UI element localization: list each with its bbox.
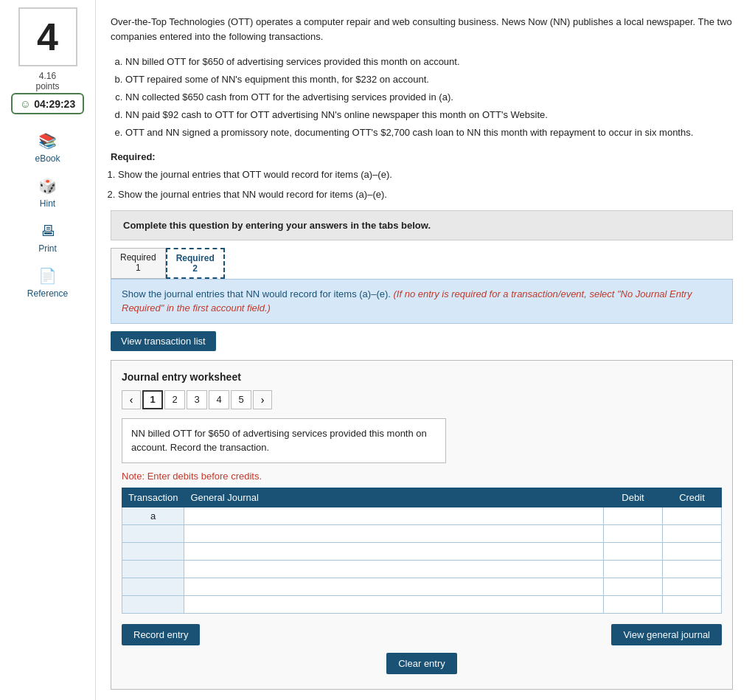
reference-button[interactable]: 📄 Reference	[15, 260, 81, 305]
credit-input[interactable]	[667, 528, 717, 539]
transaction-d: NN paid $92 cash to OTT for OTT advertis…	[125, 107, 733, 123]
hint-label: Hint	[40, 198, 55, 209]
journal-cell[interactable]	[184, 524, 604, 542]
credit-cell[interactable]	[663, 542, 722, 560]
problem-description: Over-the-Top Technologies (OTT) operates…	[111, 15, 733, 44]
page-1[interactable]: 1	[142, 390, 163, 409]
debit-input[interactable]	[608, 528, 658, 539]
reference-label: Reference	[27, 288, 68, 299]
points-display: 4.16 points	[35, 71, 59, 91]
transaction-a: NN billed OTT for $650 of advertising se…	[125, 54, 733, 70]
timer-box: ☺ 04:29:23	[11, 93, 84, 114]
journal-cell[interactable]	[184, 560, 604, 578]
debit-input[interactable]	[608, 564, 658, 575]
ebook-button[interactable]: 📚 eBook	[15, 125, 81, 170]
print-icon: 🖶	[38, 221, 58, 241]
debit-input[interactable]	[608, 546, 658, 557]
credit-cell[interactable]	[663, 524, 722, 542]
journal-input[interactable]	[189, 546, 599, 557]
col-debit: Debit	[604, 488, 663, 507]
journal-cell[interactable]	[184, 595, 604, 613]
transaction-cell	[122, 578, 184, 595]
complete-box: Complete this question by entering your …	[111, 210, 733, 240]
debit-input[interactable]	[608, 599, 658, 610]
debit-cell[interactable]	[604, 524, 663, 542]
timer-display: 04:29:23	[34, 98, 75, 110]
required-list: Show the journal entries that OTT would …	[118, 167, 733, 202]
instructions-box: Show the journal entries that NN would r…	[111, 279, 733, 324]
reference-icon: 📄	[38, 266, 58, 286]
instructions-main: Show the journal entries that NN would r…	[122, 288, 391, 299]
credit-cell[interactable]	[663, 507, 722, 524]
debit-input[interactable]	[608, 581, 658, 592]
journal-input[interactable]	[189, 599, 599, 610]
journal-input[interactable]	[189, 528, 599, 539]
col-transaction: Transaction	[122, 488, 184, 507]
table-row	[122, 595, 722, 613]
clear-entry-container: Clear entry	[122, 653, 722, 674]
worksheet-container: Journal entry worksheet ‹ 1 2 3 4 5 › NN…	[111, 360, 733, 690]
view-transaction-button[interactable]: View transaction list	[111, 331, 216, 351]
journal-cell[interactable]	[184, 578, 604, 595]
buttons-row: Record entry View general journal	[122, 624, 722, 645]
transaction-cell	[122, 542, 184, 560]
journal-cell[interactable]	[184, 507, 604, 524]
tab-required-2[interactable]: Required2	[166, 248, 225, 279]
col-general-journal: General Journal	[184, 488, 604, 507]
credit-input[interactable]	[667, 599, 717, 610]
transaction-cell	[122, 595, 184, 613]
journal-input[interactable]	[189, 581, 599, 592]
tabs-row: Required1 Required2	[111, 248, 733, 279]
credit-input[interactable]	[667, 564, 717, 575]
page-next-arrow[interactable]: ›	[253, 390, 272, 409]
journal-input[interactable]	[189, 564, 599, 575]
table-row	[122, 578, 722, 595]
transaction-cell	[122, 560, 184, 578]
debit-cell[interactable]	[604, 507, 663, 524]
record-entry-button[interactable]: Record entry	[122, 624, 200, 645]
page-prev-arrow[interactable]: ‹	[122, 390, 141, 409]
ebook-label: eBook	[35, 153, 60, 164]
credit-cell[interactable]	[663, 595, 722, 613]
ebook-icon: 📚	[38, 131, 58, 151]
transaction-e: OTT and NN signed a promissory note, doc…	[125, 125, 733, 141]
transaction-cell	[122, 524, 184, 542]
problem-number: 4	[18, 7, 77, 66]
credit-input[interactable]	[667, 581, 717, 592]
hint-button[interactable]: 🎲 Hint	[15, 170, 81, 215]
credit-cell[interactable]	[663, 578, 722, 595]
credit-input[interactable]	[667, 510, 717, 521]
required-header: Required:	[111, 151, 733, 162]
page-5[interactable]: 5	[231, 390, 251, 409]
debit-cell[interactable]	[604, 578, 663, 595]
debit-cell[interactable]	[604, 595, 663, 613]
credit-cell[interactable]	[663, 560, 722, 578]
debit-cell[interactable]	[604, 542, 663, 560]
transaction-c: NN collected $650 cash from OTT for the …	[125, 89, 733, 105]
transaction-cell: a	[122, 507, 184, 524]
required-item-2: Show the journal entries that NN would r…	[118, 187, 733, 203]
print-button[interactable]: 🖶 Print	[15, 215, 81, 260]
pagination: ‹ 1 2 3 4 5 ›	[122, 390, 722, 409]
table-row	[122, 542, 722, 560]
required-item-1: Show the journal entries that OTT would …	[118, 167, 733, 183]
transactions-list: NN billed OTT for $650 of advertising se…	[125, 54, 733, 141]
debit-cell[interactable]	[604, 560, 663, 578]
worksheet-title: Journal entry worksheet	[122, 371, 722, 383]
table-row: a	[122, 507, 722, 524]
debit-input[interactable]	[608, 510, 658, 521]
page-4[interactable]: 4	[209, 390, 229, 409]
credit-input[interactable]	[667, 546, 717, 557]
tab-required-1[interactable]: Required1	[111, 248, 166, 279]
hint-icon: 🎲	[38, 176, 58, 196]
journal-cell[interactable]	[184, 542, 604, 560]
page-2[interactable]: 2	[164, 390, 185, 409]
col-credit: Credit	[663, 488, 722, 507]
person-icon: ☺	[20, 97, 31, 110]
page-3[interactable]: 3	[187, 390, 207, 409]
table-row	[122, 524, 722, 542]
clear-entry-button[interactable]: Clear entry	[386, 653, 457, 674]
table-row	[122, 560, 722, 578]
journal-input[interactable]	[189, 510, 599, 521]
view-general-journal-button[interactable]: View general journal	[611, 624, 722, 645]
